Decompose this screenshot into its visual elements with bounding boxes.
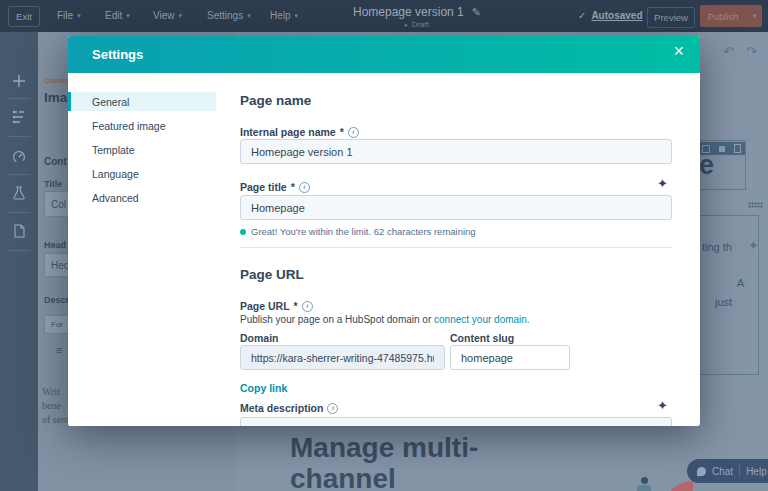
hubspot-page-editor: Exit File ▾ Edit ▾ View ▾ Settings ▾ Hel… xyxy=(0,0,768,491)
hero-illustration xyxy=(633,475,693,491)
divider xyxy=(7,136,31,137)
drag-handle-icon[interactable] xyxy=(748,202,763,208)
menu-view[interactable]: View ▾ xyxy=(153,10,182,21)
delete-icon[interactable] xyxy=(734,144,741,153)
info-icon[interactable]: i xyxy=(348,127,359,138)
add-module-icon[interactable] xyxy=(12,74,26,92)
chevron-down-icon: ▾ xyxy=(126,12,130,20)
menu-help[interactable]: Help ▾ xyxy=(270,10,298,21)
check-icon: ✓ xyxy=(578,10,586,21)
heading-fragment[interactable]: e xyxy=(699,150,714,181)
editor-icon-rail xyxy=(0,32,38,491)
page-url-label: Page URL * i xyxy=(240,300,313,312)
success-dot-icon xyxy=(240,229,246,235)
field-label: Descr xyxy=(44,295,69,305)
connect-domain-link[interactable]: connect your domain. xyxy=(434,314,530,325)
publish-button[interactable]: Publish ▾ xyxy=(700,5,762,27)
exit-button[interactable]: Exit xyxy=(8,6,40,27)
illustration-circle xyxy=(663,481,693,491)
divider xyxy=(7,212,31,213)
pencil-icon[interactable]: ✎ xyxy=(472,6,481,19)
required-asterisk: * xyxy=(340,126,344,138)
text-fragment[interactable]: ting th xyxy=(702,241,732,253)
modal-header: Settings × xyxy=(68,36,700,73)
copy-link-button[interactable]: Copy link xyxy=(240,382,287,394)
chevron-down-icon: ▾ xyxy=(247,12,251,20)
page-title-label: Page title * i xyxy=(240,181,310,193)
style-icon[interactable] xyxy=(719,146,725,152)
publish-dropdown-caret-icon[interactable]: ▾ xyxy=(746,12,762,20)
info-icon[interactable]: i xyxy=(302,301,313,312)
chat-help-widget[interactable]: Chat Help xyxy=(687,459,768,483)
settings-modal: Settings × General Featured image Templa… xyxy=(68,36,700,426)
status-dot-icon: ● xyxy=(404,22,408,28)
draft-status: ● Draft xyxy=(404,20,429,29)
page-document-icon[interactable] xyxy=(12,224,26,242)
internal-page-name-input[interactable] xyxy=(240,139,672,164)
nav-item-language[interactable]: Language xyxy=(68,164,216,183)
ai-sparkle-icon[interactable]: ✦ xyxy=(657,398,668,413)
close-icon[interactable]: × xyxy=(673,42,684,60)
ai-sparkle-icon[interactable]: ✦ xyxy=(657,176,668,191)
help-button[interactable]: Help xyxy=(746,466,767,477)
domain-input[interactable] xyxy=(240,345,445,370)
text-fragment[interactable]: just xyxy=(715,296,732,308)
required-asterisk: * xyxy=(294,300,298,312)
info-icon[interactable]: i xyxy=(299,182,310,193)
add-section-sparkle-icon[interactable]: ✦ xyxy=(748,238,759,253)
section-heading-page-url: Page URL xyxy=(240,267,304,282)
field-label: Head xyxy=(44,240,66,250)
chevron-down-icon: ▾ xyxy=(77,12,81,20)
chat-button[interactable]: Chat xyxy=(712,466,733,477)
modal-title: Settings xyxy=(92,47,143,62)
panel-heading: Ima xyxy=(44,90,67,105)
nav-item-general[interactable]: General xyxy=(68,92,216,111)
page-title-topbar[interactable]: Homepage version 1 ✎ xyxy=(353,5,481,19)
chevron-down-icon: ▾ xyxy=(179,12,183,20)
divider xyxy=(7,98,31,99)
optimize-gauge-icon[interactable] xyxy=(12,150,26,168)
preview-button[interactable]: Preview xyxy=(647,7,695,28)
content-slug-input[interactable] xyxy=(450,345,570,370)
modal-nav: General Featured image Template Language… xyxy=(68,73,216,426)
redo-icon[interactable]: ↷ xyxy=(746,44,757,59)
nav-item-advanced[interactable]: Advanced xyxy=(68,188,216,207)
internal-page-name-label: Internal page name * i xyxy=(240,126,359,138)
domain-label: Domain xyxy=(240,332,279,344)
meta-description-textarea[interactable] xyxy=(240,417,672,426)
modal-content: Page name Internal page name * i Page ti… xyxy=(216,73,700,426)
text-fragment[interactable]: A xyxy=(737,277,744,289)
test-flask-icon[interactable] xyxy=(12,186,26,204)
undo-icon[interactable]: ↶ xyxy=(723,44,734,59)
divider xyxy=(739,465,740,477)
menu-file[interactable]: File ▾ xyxy=(57,10,81,21)
menu-settings[interactable]: Settings ▾ xyxy=(207,10,251,21)
divider xyxy=(7,174,31,175)
divider xyxy=(240,247,672,248)
illustration-person-body xyxy=(637,485,651,491)
meta-description-label: Meta description i xyxy=(240,402,338,414)
chat-bubble-icon xyxy=(697,467,706,476)
required-asterisk: * xyxy=(291,181,295,193)
nav-item-template[interactable]: Template xyxy=(68,140,216,159)
info-icon[interactable]: i xyxy=(327,403,338,414)
nav-item-featured-image[interactable]: Featured image xyxy=(68,116,216,135)
page-title-input[interactable] xyxy=(240,195,672,220)
hero-heading[interactable]: Manage multi- channel xyxy=(290,432,478,491)
autosaved-indicator[interactable]: ✓ Autosaved xyxy=(578,10,643,21)
field-label: Title xyxy=(44,179,62,189)
content-slug-label: Content slug xyxy=(450,332,514,344)
chevron-down-icon: ▾ xyxy=(295,12,299,20)
title-length-feedback: Great! You're within the limit. 62 chara… xyxy=(240,226,476,237)
section-heading-page-name: Page name xyxy=(240,93,311,108)
page-url-helper-text: Publish your page on a HubSpot domain or… xyxy=(240,314,530,325)
text-format-icon[interactable]: ≡ xyxy=(56,344,62,356)
contents-tree-icon[interactable] xyxy=(12,110,26,128)
top-menubar: Exit File ▾ Edit ▾ View ▾ Settings ▾ Hel… xyxy=(0,0,768,32)
panel-section-label: Cont xyxy=(44,156,67,167)
menu-edit[interactable]: Edit ▾ xyxy=(105,10,130,21)
illustration-person-head xyxy=(641,477,648,484)
divider xyxy=(7,250,31,251)
